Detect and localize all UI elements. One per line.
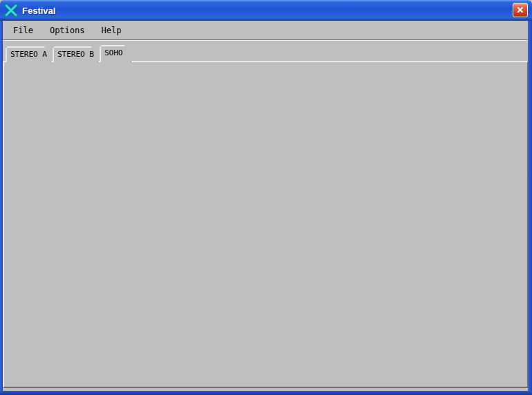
close-icon: ✕	[517, 5, 524, 15]
tab-content-panel	[3, 61, 529, 388]
tab-stereo-b[interactable]: STEREO B	[53, 46, 98, 62]
menu-options[interactable]: Options	[48, 24, 87, 37]
menu-bar: File Options Help	[3, 21, 528, 41]
festival-window: Festival ✕ File Options Help STEREO A ST…	[0, 0, 532, 395]
window-border-right	[528, 19, 532, 395]
window-border-left	[0, 19, 3, 395]
tab-soho[interactable]: SOHO	[100, 45, 131, 62]
title-bar[interactable]: Festival ✕	[0, 0, 532, 21]
window-title: Festival	[22, 6, 55, 16]
tab-stereo-a[interactable]: STEREO A	[6, 46, 51, 62]
app-icon	[4, 3, 18, 17]
menu-file[interactable]: File	[11, 24, 35, 37]
window-border-bottom	[0, 391, 532, 395]
menu-help[interactable]: Help	[99, 24, 123, 37]
close-button[interactable]: ✕	[513, 3, 528, 17]
